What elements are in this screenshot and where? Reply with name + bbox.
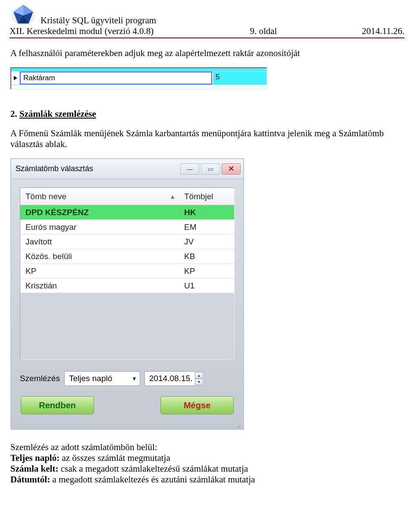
szemlezes-combo[interactable]: Teljes napló ▼ — [64, 371, 140, 386]
dialog-title-text: Számlatömb választás — [16, 164, 93, 173]
grid-empty-area — [20, 293, 234, 360]
minimize-icon[interactable]: — — [180, 163, 199, 175]
paragraph-1: A felhasználói paraméterekben adjuk meg … — [10, 48, 404, 59]
date-value: 2014.08.15. — [149, 374, 192, 383]
grid-header[interactable]: Tömb neve ▲ Tömbjel — [20, 188, 234, 205]
grid-cell-name: Javított — [20, 235, 181, 248]
screenshot-dialog: Számlatömb választás — ▭ ✕ Tömb neve ▲ T… — [10, 158, 244, 430]
szemlezes-explain: Szemlézés az adott számlatömbön belül: T… — [10, 442, 404, 485]
resize-grip-icon[interactable] — [11, 423, 243, 429]
grid-row[interactable]: Közös. belüli KB — [20, 249, 234, 264]
program-name: Kristály SQL ügyviteli program — [41, 15, 156, 26]
grid-cell-code: HK — [181, 206, 234, 219]
paragraph-2: A Főmenü Számlák menüjének Számla karban… — [10, 128, 404, 150]
grid-col-code[interactable]: Tömbjel — [181, 189, 234, 204]
sort-asc-icon[interactable]: ▲ — [169, 193, 176, 200]
grid-row[interactable]: Eurós magyar EM — [20, 220, 234, 235]
section-number: 2. — [10, 109, 17, 119]
tomb-grid[interactable]: Tömb neve ▲ Tömbjel DPD KÉSZPÉNZ HK Euró… — [20, 188, 235, 360]
document-header: Kristály SQL ügyviteli program XII. Kere… — [0, 0, 414, 38]
param-name-cell[interactable]: Raktáram — [20, 72, 212, 84]
grid-cell-code: EM — [181, 221, 234, 234]
section-2-heading: 2. Számlák szemlézése — [10, 109, 404, 119]
grid-col-name[interactable]: Tömb neve — [25, 192, 66, 201]
szemlezes-label: Szemlézés — [20, 374, 60, 383]
grid-cell-code: KP — [181, 265, 234, 278]
grid-cell-name: DPD KÉSZPÉNZ — [20, 206, 181, 219]
page-number: 9. oldal — [250, 26, 277, 37]
maximize-icon[interactable]: ▭ — [201, 163, 220, 175]
grid-cell-code: U1 — [181, 279, 234, 292]
grid-row[interactable]: Krisztián U1 — [20, 279, 234, 293]
ok-button[interactable]: Rendben — [21, 396, 94, 414]
combo-value: Teljes napló — [69, 374, 112, 383]
chevron-down-icon: ▼ — [132, 376, 137, 382]
grid-cell-name: Közös. belüli — [20, 250, 181, 263]
explain-datumtol-text: a megadott számlakeltezés és azutáni szá… — [50, 474, 255, 485]
row-marker-icon — [11, 72, 20, 84]
explain-line-1: Szemlézés az adott számlatömbön belül: — [10, 442, 404, 453]
explain-datumtol-label: Dátumtól: — [10, 474, 50, 485]
spinner-up-icon[interactable]: ▲ — [195, 372, 203, 379]
explain-teljes-naplo-label: Teljes napló: — [10, 453, 60, 463]
grid-cell-code: KB — [181, 250, 234, 263]
grid-row[interactable]: DPD KÉSZPÉNZ HK — [20, 205, 234, 220]
section-title: Számlák szemlézése — [19, 109, 96, 119]
close-icon[interactable]: ✕ — [222, 163, 241, 175]
explain-szamla-kelt-label: Számla kelt: — [10, 463, 58, 474]
header-date: 2014.11.26. — [362, 26, 405, 37]
module-line: XII. Kereskedelmi modul (verzió 4.0.8) — [9, 26, 154, 37]
param-value-cell[interactable]: 5 — [213, 72, 267, 84]
grid-cell-code: JV — [181, 235, 234, 248]
screenshot-raktaram: Raktáram 5 — [10, 67, 267, 90]
date-input[interactable]: 2014.08.15. ▲ ▼ — [144, 371, 204, 386]
cancel-button[interactable]: Mégse — [160, 396, 234, 414]
explain-szamla-kelt-text: csak a megadott számlakeltezésű számláka… — [58, 463, 248, 474]
app-logo-icon — [9, 3, 37, 26]
dialog-titlebar[interactable]: Számlatömb választás — ▭ ✕ — [11, 159, 243, 179]
grid-cell-name: Krisztián — [20, 279, 181, 292]
spinner-down-icon[interactable]: ▼ — [195, 379, 203, 385]
grid-row[interactable]: KP KP — [20, 264, 234, 279]
grid-cell-name: Eurós magyar — [20, 221, 181, 234]
grid-row[interactable]: Javított JV — [20, 235, 234, 249]
grid-cell-name: KP — [20, 265, 181, 278]
explain-teljes-naplo-text: az összes számlát megmutatja — [60, 453, 170, 463]
